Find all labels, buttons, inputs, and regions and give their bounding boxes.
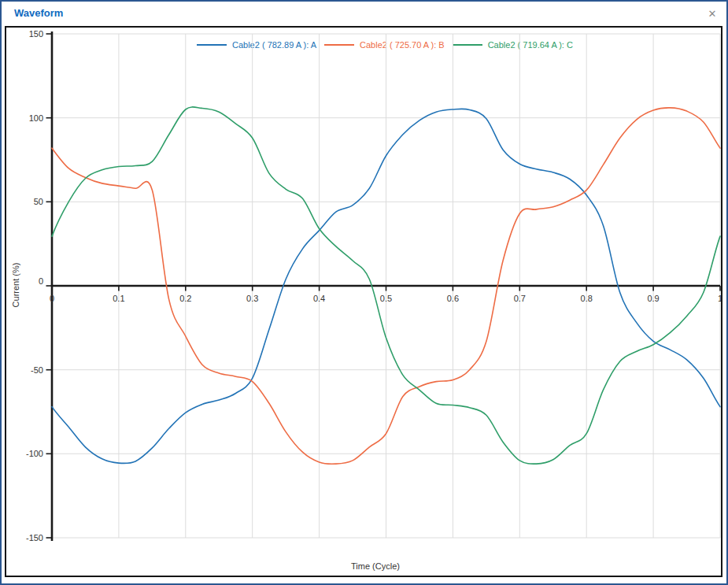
chart-frame: Cable2 ( 782.89 A ): ACable2 ( 725.70 A …: [5, 26, 722, 577]
x-tick-label: 0.9: [647, 294, 659, 303]
y-tick-label: 150: [29, 29, 43, 39]
close-button[interactable]: ✕: [703, 5, 722, 24]
x-tick-label: 0.6: [447, 294, 459, 303]
x-axis-title: Time (Cycle): [351, 561, 400, 571]
titlebar: Waveform ✕: [2, 2, 726, 26]
y-tick-label: 50: [34, 197, 43, 206]
y-axis-title: Current (%): [11, 263, 20, 308]
y-tick-label: -150: [26, 533, 43, 542]
x-tick-label: 0.1: [113, 294, 124, 303]
waveform-window: Waveform ✕ Cable2 ( 782.89 A ): ACable2 …: [0, 0, 728, 585]
x-tick-label: 0: [50, 294, 54, 303]
y-tick-label: 0: [39, 276, 43, 286]
x-tick-label: 0.8: [581, 294, 593, 303]
x-tick-label: 1: [718, 294, 721, 303]
x-tick-label: 0.7: [514, 294, 526, 303]
y-tick-label: -100: [26, 449, 43, 458]
y-tick-label: -50: [31, 365, 43, 375]
x-tick-label: 0.3: [246, 294, 258, 303]
x-tick-label: 0.2: [179, 294, 191, 303]
x-tick-label: 0.5: [380, 294, 392, 303]
window-title: Waveform: [14, 7, 63, 19]
y-tick-label: 100: [29, 113, 43, 123]
close-icon: ✕: [708, 8, 717, 20]
waveform-plot: 00.10.20.30.40.50.60.70.80.91150100500-5…: [6, 28, 721, 576]
x-tick-label: 0.4: [313, 294, 325, 303]
